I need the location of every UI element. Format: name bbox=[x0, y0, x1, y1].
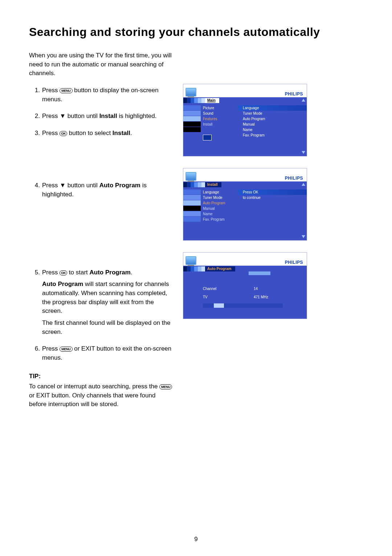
breadcrumb-auto-program: Auto Program bbox=[205, 266, 235, 271]
brand-logo: PHILIPS bbox=[285, 176, 303, 181]
menu-blank bbox=[183, 127, 238, 132]
menu-sound: Sound bbox=[183, 111, 238, 116]
progress-bar bbox=[203, 303, 283, 308]
page-title: Searching and storing your channels auto… bbox=[29, 25, 367, 39]
menu-fav-program: Fav. Program bbox=[183, 217, 238, 222]
menu-name: Name bbox=[183, 211, 238, 217]
instructions-column: When you are using the TV for the first … bbox=[29, 51, 174, 409]
submenu-auto-program: Auto Program bbox=[238, 116, 307, 122]
brand-logo: PHILIPS bbox=[285, 91, 303, 97]
page-number: 9 bbox=[194, 536, 197, 543]
separator-bar bbox=[249, 271, 270, 275]
osd-screen-install: PHILIPS Install Language Tuner Mode Auto… bbox=[183, 168, 307, 241]
brand-logo: PHILIPS bbox=[285, 260, 303, 265]
menu-button-icon: MENU bbox=[159, 384, 172, 389]
menu-auto-program: Auto Program bbox=[183, 200, 238, 206]
footer-block bbox=[203, 135, 212, 140]
menu-button-icon: MENU bbox=[60, 347, 72, 352]
step-1: 1. Press MENU button to display the on-s… bbox=[29, 86, 174, 107]
intro-paragraph: When you are using the TV for the first … bbox=[29, 51, 174, 78]
step-4: 4. Press ▼ button until Auto Program is … bbox=[29, 181, 174, 202]
menu-button-icon: MENU bbox=[60, 88, 72, 93]
menu-tuner-mode: Tuner Mode bbox=[183, 195, 238, 200]
submenu-fav-program: Fav. Program bbox=[238, 132, 307, 138]
ok-button-icon: OK bbox=[60, 131, 67, 136]
osd-screen-auto-program: PHILIPS Auto Program Channel 14 TV 471 M… bbox=[183, 252, 307, 319]
menu-features: Features bbox=[183, 116, 238, 122]
step-2: 2. Press ▼ button until Install is highl… bbox=[29, 112, 174, 124]
step-5: 5. Press OK to start Auto Program. Auto … bbox=[29, 268, 174, 339]
arrow-up-icon bbox=[302, 99, 305, 102]
scan-channel-row: Channel 14 bbox=[203, 287, 299, 291]
submenu-tuner-mode: Tuner Mode bbox=[238, 111, 307, 116]
arrow-down-icon bbox=[302, 235, 305, 238]
step-3: 3. Press OK button to select Install. bbox=[29, 129, 174, 141]
arrow-down-icon bbox=[302, 151, 305, 154]
tv-icon bbox=[185, 256, 196, 265]
menu-picture: Picture bbox=[183, 105, 238, 111]
breadcrumb-install: Install bbox=[205, 182, 221, 187]
tv-icon bbox=[185, 172, 196, 181]
step-6: 6. Press MENU or EXIT button to exit the… bbox=[29, 344, 174, 365]
submenu-manual: Manual bbox=[238, 122, 307, 127]
hint-continue: to continue bbox=[238, 195, 307, 200]
scan-tv-row: TV 471 MHz bbox=[203, 295, 299, 299]
menu-manual: Manual bbox=[183, 206, 238, 211]
breadcrumb-main: Main bbox=[205, 98, 219, 103]
tip-body: To cancel or interrupt auto searching, p… bbox=[29, 382, 174, 409]
hint-press-ok: Press OK bbox=[238, 189, 307, 195]
submenu-language: Language bbox=[238, 105, 307, 111]
osd-screen-main: PHILIPS Main Picture Sound Features Inst… bbox=[183, 84, 307, 156]
tip-label: TIP: bbox=[29, 372, 174, 381]
submenu-name: Name bbox=[238, 127, 307, 132]
menu-install: Install bbox=[183, 122, 238, 127]
tv-icon bbox=[185, 88, 196, 97]
arrow-up-icon bbox=[302, 183, 305, 186]
menu-language: Language bbox=[183, 189, 238, 195]
ok-button-icon: OK bbox=[60, 270, 67, 275]
